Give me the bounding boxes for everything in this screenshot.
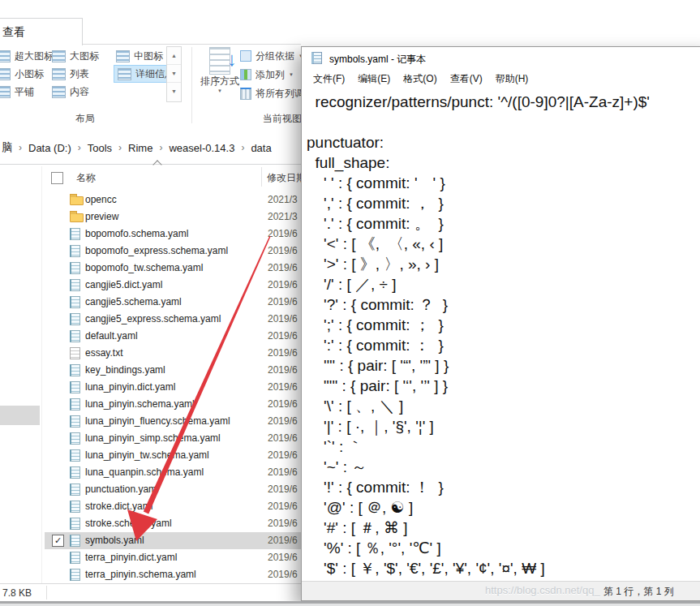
file-icon bbox=[70, 213, 84, 222]
content-view-icon bbox=[52, 86, 66, 98]
menu-item[interactable]: 文件(F) bbox=[307, 72, 351, 86]
notepad-titlebar[interactable]: symbols.yaml - 记事本 bbox=[302, 47, 700, 69]
menu-item[interactable]: 编辑(E) bbox=[351, 72, 397, 86]
column-header-name[interactable]: 名称 bbox=[76, 171, 96, 185]
menu-item[interactable]: 查看(V) bbox=[444, 72, 489, 86]
file-date-modified: 2019/6 bbox=[268, 296, 298, 307]
text-line: '~' : ～ bbox=[307, 457, 700, 477]
medium-icons-icon bbox=[116, 50, 130, 62]
text-line: '$' : [ ￥, '$', '€', '£', '¥', '¢', '¤',… bbox=[307, 558, 700, 578]
file-icon bbox=[70, 415, 80, 428]
menu-item[interactable]: 帮助(H) bbox=[489, 72, 535, 86]
file-name: cangjie5.dict.yaml bbox=[85, 279, 162, 290]
view-option-extra-large-icons[interactable]: 超大图标 bbox=[0, 48, 54, 64]
nav-pane-divider bbox=[41, 166, 42, 583]
text-line: '\' : [ 、, ＼ ] bbox=[307, 396, 700, 416]
column-divider[interactable] bbox=[261, 167, 262, 187]
text-line: ',' : { commit: ， } bbox=[307, 193, 700, 213]
file-name: terra_pinyin.dict.yaml bbox=[85, 552, 177, 563]
text-line: '#' : [ ＃, ⌘ ] bbox=[307, 518, 700, 538]
file-date-modified: 2019/6 bbox=[268, 552, 298, 563]
file-date-modified: 2019/6 bbox=[268, 569, 298, 580]
row-checkbox[interactable]: ✓ bbox=[52, 535, 64, 547]
file-date-modified: 2019/6 bbox=[268, 245, 298, 256]
dropdown-icon: ▼ bbox=[289, 72, 294, 77]
text-line: ':' : { commit: ： } bbox=[307, 335, 700, 355]
select-all-checkbox[interactable] bbox=[51, 172, 63, 184]
file-date-modified: 2019/6 bbox=[268, 398, 298, 410]
breadcrumb-item[interactable]: Data (D:) bbox=[28, 142, 71, 154]
add-columns-button[interactable]: 添加列 ▼ bbox=[240, 67, 294, 82]
file-name: punctuation.yaml bbox=[85, 484, 159, 495]
file-name: luna_pinyin.schema.yaml bbox=[85, 398, 195, 410]
text-line bbox=[307, 112, 700, 132]
file-icon bbox=[70, 279, 80, 291]
gallery-scroll-down-icon[interactable]: ▼ bbox=[167, 65, 181, 83]
view-option-list[interactable]: 列表 bbox=[52, 66, 89, 82]
file-date-modified: 2021/3 bbox=[268, 211, 298, 222]
file-name: default.yaml bbox=[85, 330, 138, 342]
file-name: luna_quanpin.schema.yaml bbox=[85, 466, 204, 478]
file-name: essay.txt bbox=[85, 347, 122, 359]
text-line: '@' : [ ＠, ☯ ] bbox=[307, 497, 700, 518]
menu-item[interactable]: 格式(O) bbox=[397, 72, 443, 86]
file-date-modified: 2019/6 bbox=[268, 228, 298, 239]
file-icon bbox=[70, 330, 80, 342]
gallery-scroll-up-icon[interactable]: ▲ bbox=[167, 47, 181, 65]
file-icon bbox=[70, 228, 80, 240]
file-icon bbox=[70, 449, 80, 462]
text-line: '?' : { commit: ？ } bbox=[307, 294, 700, 315]
view-option-medium-icons[interactable]: 中图标 bbox=[116, 48, 163, 64]
notepad-title: symbols.yaml - 记事本 bbox=[329, 53, 426, 67]
text-line: ' ' : { commit: ' ' } bbox=[307, 173, 700, 193]
file-date-modified: 2019/6 bbox=[268, 347, 298, 359]
breadcrumb-item[interactable]: data bbox=[251, 142, 271, 154]
text-line: '%' : [ ％, '°', '℃' ] bbox=[307, 538, 700, 558]
sort-by-icon: ↓ bbox=[209, 47, 230, 75]
size-columns-button[interactable]: 将所有列调 bbox=[240, 86, 304, 101]
file-icon bbox=[70, 552, 80, 564]
text-line: '<' : [ 《, 〈, «, ‹ ] bbox=[307, 234, 700, 254]
view-option-content[interactable]: 内容 bbox=[52, 84, 89, 100]
file-name: stroke.dict.yaml bbox=[85, 501, 152, 512]
sort-by-button[interactable]: ↓ 排序方式 ▼ bbox=[197, 47, 243, 110]
details-view-icon bbox=[118, 68, 131, 80]
text-line: '/' : [ ／, ÷ ] bbox=[307, 274, 700, 294]
text-line: '.' : { commit: 。 } bbox=[307, 213, 700, 234]
file-icon bbox=[70, 347, 80, 359]
chevron-right-icon: › bbox=[78, 142, 81, 153]
file-date-modified: 2019/6 bbox=[268, 518, 298, 529]
breadcrumb-item[interactable]: Tools bbox=[88, 142, 112, 154]
file-date-modified: 2019/6 bbox=[268, 381, 298, 393]
file-date-modified: 2019/6 bbox=[268, 262, 298, 273]
add-columns-icon bbox=[240, 69, 251, 80]
column-header-modified[interactable]: 修改日期 bbox=[267, 171, 306, 185]
selected-size-label: 7.8 KB bbox=[2, 587, 32, 599]
file-icon bbox=[70, 466, 80, 479]
breadcrumb-item[interactable]: 脑 bbox=[2, 140, 12, 155]
text-line: punctuator: bbox=[307, 132, 700, 153]
current-view-group-label: 当前视图 bbox=[263, 112, 302, 126]
tab-view[interactable]: 查看 bbox=[0, 18, 83, 45]
view-option-large-icons[interactable]: 大图标 bbox=[52, 48, 99, 64]
breadcrumb-item[interactable]: weasel-0.14.3 bbox=[169, 142, 234, 154]
small-icons-icon bbox=[0, 68, 11, 80]
text-line: "'" : { pair: [ '‘', '’' ] } bbox=[307, 376, 700, 396]
layout-group-label: 布局 bbox=[0, 112, 170, 126]
view-option-small-icons[interactable]: 小图标 bbox=[0, 66, 44, 82]
file-icon bbox=[70, 569, 80, 581]
notepad-text-area[interactable]: recognizer/patterns/punct: '^/([0-9]0?|[… bbox=[302, 88, 700, 582]
group-by-button[interactable]: 分组依据 ▼ bbox=[240, 49, 303, 63]
tab-view-label: 查看 bbox=[2, 25, 25, 40]
text-line: '|' : [ ·, ｜, '§', '¦' ] bbox=[307, 416, 700, 436]
file-name: symbols.yaml bbox=[85, 535, 144, 546]
list-view-icon bbox=[52, 68, 66, 80]
breadcrumb-item[interactable]: Rime bbox=[128, 142, 152, 154]
file-date-modified: 2019/6 bbox=[268, 535, 298, 546]
file-name: key_bindings.yaml bbox=[85, 364, 165, 376]
file-name: bopomofo.schema.yaml bbox=[85, 228, 188, 239]
gallery-more-icon[interactable]: ▼ bbox=[167, 83, 181, 100]
view-option-tiles[interactable]: 平铺 bbox=[0, 84, 34, 100]
status-divider bbox=[46, 586, 47, 600]
nav-pane-selected-item[interactable] bbox=[0, 406, 40, 425]
